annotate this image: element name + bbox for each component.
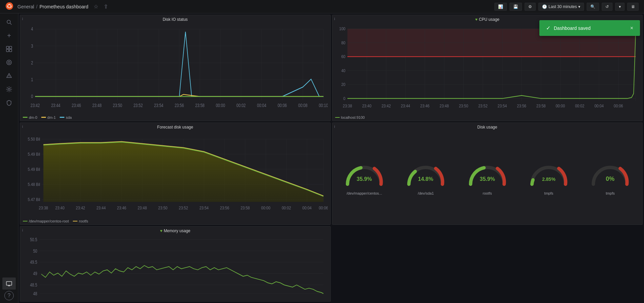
dashboard-saved-toast: ✓ Dashboard saved ×: [539, 20, 640, 36]
svg-text:00:00: 00:00: [555, 103, 565, 108]
sidebar-item-add[interactable]: +: [2, 30, 16, 42]
svg-text:2.85%: 2.85%: [542, 176, 555, 182]
svg-point-11: [7, 60, 11, 65]
svg-text:23:50: 23:50: [158, 205, 168, 210]
grafana-logo[interactable]: [5, 2, 13, 11]
svg-text:00:04: 00:04: [594, 103, 604, 108]
legend-label-sda: sda: [66, 115, 72, 119]
svg-text:23:42: 23:42: [31, 103, 40, 108]
sidebar-item-search[interactable]: [2, 16, 16, 28]
svg-point-3: [11, 6, 12, 7]
time-range-button[interactable]: 🕐 Last 30 minutes ▾: [538, 3, 584, 11]
svg-marker-141: [43, 142, 323, 202]
main-content: i Disk IO status: [18, 13, 644, 303]
svg-text:23:56: 23:56: [517, 103, 526, 108]
breadcrumb-title: Prometheus dashboard: [40, 4, 89, 9]
add-panel-button[interactable]: 📊: [494, 3, 507, 11]
svg-text:23:44: 23:44: [401, 103, 410, 108]
sidebar: + ?: [0, 13, 18, 303]
legend-item-dm0: dm-0: [23, 115, 37, 119]
svg-text:00:06: 00:06: [278, 103, 287, 108]
svg-point-2: [9, 4, 10, 5]
sidebar-item-help[interactable]: ?: [4, 291, 14, 300]
sidebar-item-explore[interactable]: [2, 56, 16, 68]
sidebar-item-settings[interactable]: [2, 83, 16, 95]
svg-text:23:44: 23:44: [96, 205, 106, 210]
svg-text:23:48: 23:48: [138, 205, 147, 210]
svg-text:00:06: 00:06: [319, 205, 327, 210]
svg-text:23:38: 23:38: [343, 103, 352, 108]
svg-text:60: 60: [341, 54, 345, 59]
chevron-down-icon: ▾: [578, 4, 580, 9]
sidebar-item-alerting[interactable]: [2, 70, 16, 82]
refresh-button[interactable]: ↺: [602, 3, 612, 11]
svg-point-14: [9, 77, 9, 78]
refresh-interval-button[interactable]: ▾: [615, 3, 625, 11]
svg-text:00:08: 00:08: [298, 103, 308, 108]
cpu-legend: localhost:9100: [332, 115, 643, 121]
memory-body: 50.5 50 49.5 49 48.5 48: [20, 234, 330, 301]
breadcrumb-parent[interactable]: General: [17, 4, 34, 9]
tv-icon: 🖥: [631, 4, 635, 9]
svg-text:14.8%: 14.8%: [418, 176, 433, 182]
svg-line-6: [10, 23, 11, 24]
memory-chart: 50.5 50 49.5 49 48.5 48: [23, 235, 328, 300]
disk-usage-header: i Disk usage: [332, 123, 643, 130]
svg-text:23:54: 23:54: [199, 205, 209, 210]
svg-text:23:48: 23:48: [92, 103, 102, 108]
memory-legend-indicator: ♥: [160, 229, 162, 233]
svg-text:5.49 Bil: 5.49 Bil: [28, 167, 40, 172]
sidebar-item-dashboards[interactable]: [2, 43, 16, 55]
star-icon[interactable]: ☆: [92, 3, 100, 10]
disk-io-title: Disk IO status: [163, 17, 188, 22]
svg-text:00:02: 00:02: [236, 103, 246, 108]
gauge-tmpfs2: 0%: [588, 159, 632, 189]
svg-text:20: 20: [341, 82, 345, 87]
save-icon: 💾: [513, 4, 518, 9]
svg-text:49: 49: [33, 270, 37, 276]
add-panel-icon: 📊: [498, 4, 503, 9]
svg-text:49.5: 49.5: [30, 259, 37, 265]
svg-text:23:52: 23:52: [478, 103, 487, 108]
svg-text:00:06: 00:06: [613, 103, 623, 108]
sidebar-item-shield[interactable]: [2, 97, 16, 109]
zoom-out-button[interactable]: 🔍: [587, 3, 599, 11]
svg-text:5.50 Bil: 5.50 Bil: [28, 137, 40, 142]
svg-text:23:50: 23:50: [459, 103, 468, 108]
svg-text:00:02: 00:02: [282, 205, 291, 210]
svg-rect-8: [9, 46, 12, 49]
svg-text:5.49 Bil: 5.49 Bil: [28, 152, 40, 157]
svg-text:2: 2: [31, 60, 33, 66]
svg-text:23:54: 23:54: [497, 103, 507, 108]
svg-text:3: 3: [31, 43, 33, 49]
panel-info-icon: i: [334, 17, 335, 21]
svg-text:23:48: 23:48: [439, 103, 449, 108]
memory-header: i ♥ Memory usage: [20, 226, 330, 234]
svg-text:23:52: 23:52: [179, 205, 188, 210]
memory-panel: i ♥ Memory usage 50.5 50 49.5 49 48.5 48: [20, 226, 331, 302]
time-range-label: Last 30 minutes: [548, 4, 577, 9]
forecast-legend: /dev/mapper/centos-root rootfs: [20, 218, 330, 224]
svg-text:4: 4: [31, 27, 33, 32]
toast-close-button[interactable]: ×: [630, 25, 633, 31]
panel-info-icon: i: [22, 125, 23, 129]
gauge-item-centos: 35.9% /dev/mapper/centos...: [342, 159, 386, 195]
tv-mode-button[interactable]: 🖥: [627, 3, 639, 11]
svg-text:23:46: 23:46: [72, 103, 81, 108]
svg-text:23:42: 23:42: [381, 103, 391, 108]
svg-text:23:58: 23:58: [240, 205, 250, 210]
disk-io-body: 4 3 2 1 0 23:42 23:44 23:46 23:48 23:50 …: [20, 22, 330, 115]
svg-text:35.9%: 35.9%: [357, 176, 372, 182]
dashboard-settings-button[interactable]: ⚙: [525, 3, 536, 11]
forecast-panel: i Forecast disk usage: [20, 122, 331, 225]
clock-icon: 🕐: [542, 4, 547, 9]
svg-text:23:50: 23:50: [113, 103, 122, 108]
svg-text:48.5: 48.5: [30, 282, 37, 288]
save-dashboard-button[interactable]: 💾: [509, 3, 522, 11]
svg-text:23:46: 23:46: [117, 205, 126, 210]
gauge-item-rootfs: 35.9% rootfs: [466, 159, 509, 195]
disk-io-panel: i Disk IO status: [20, 15, 331, 121]
share-icon[interactable]: ⇪: [102, 3, 109, 10]
sidebar-item-tv[interactable]: [2, 277, 16, 290]
svg-text:23:58: 23:58: [195, 103, 205, 108]
